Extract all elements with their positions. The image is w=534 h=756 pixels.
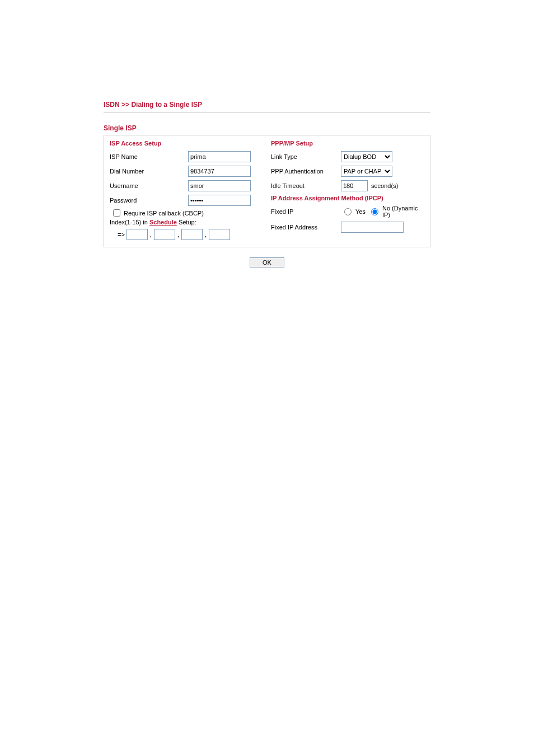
link-type-label: Link Type <box>271 153 341 160</box>
isp-name-label: ISP Name <box>110 153 188 160</box>
schedule-input-1[interactable] <box>127 229 148 240</box>
require-callback-checkbox[interactable] <box>113 209 120 217</box>
fixed-ip-address-label: Fixed IP Address <box>271 224 341 231</box>
schedule-link[interactable]: Schedule <box>149 219 177 226</box>
schedule-arrow: => <box>118 231 125 238</box>
ipcp-heading: IP Address Assignment Method (IPCP) <box>271 195 424 201</box>
isp-access-panel: ISP Access Setup ISP Name Dial Number Us… <box>110 140 263 240</box>
fixed-ip-radio-group: Yes No (Dynamic IP) <box>341 205 424 218</box>
settings-box: ISP Access Setup ISP Name Dial Number Us… <box>104 135 430 247</box>
breadcrumb-separator: >> <box>121 101 129 109</box>
breadcrumb: ISDN >> Dialing to a Single ISP <box>104 101 430 111</box>
section-title: Single ISP <box>104 124 430 132</box>
breadcrumb-part1: ISDN <box>104 101 120 109</box>
schedule-row: Index(1-15) in Schedule Setup: <box>110 219 263 226</box>
ppp-mp-panel: PPP/MP Setup Link Type Dialup BOD PPP Au… <box>271 140 424 240</box>
fixed-ip-label: Fixed IP <box>271 208 341 215</box>
fixed-ip-address-input[interactable] <box>341 222 404 233</box>
link-type-select[interactable]: Dialup BOD <box>341 151 392 162</box>
require-callback-label: Require ISP callback (CBCP) <box>124 210 204 217</box>
schedule-inputs: => , , , <box>118 229 263 240</box>
ppp-mp-heading: PPP/MP Setup <box>271 140 424 147</box>
ppp-auth-label: PPP Authentication <box>271 168 341 175</box>
schedule-input-4[interactable] <box>209 229 230 240</box>
schedule-prefix: Index(1-15) in <box>110 219 149 226</box>
idle-timeout-label: Idle Timeout <box>271 182 341 189</box>
dial-number-input[interactable] <box>188 166 251 177</box>
schedule-input-2[interactable] <box>154 229 175 240</box>
fixed-ip-no-label: No (Dynamic IP) <box>382 205 424 218</box>
divider <box>104 112 430 113</box>
dial-number-label: Dial Number <box>110 168 188 175</box>
breadcrumb-part2: Dialing to a Single ISP <box>131 101 202 109</box>
fixed-ip-yes-radio[interactable] <box>344 208 352 215</box>
username-label: Username <box>110 182 188 189</box>
schedule-suffix: Setup: <box>177 219 196 226</box>
idle-timeout-input[interactable] <box>341 180 368 191</box>
schedule-input-3[interactable] <box>181 229 203 240</box>
username-input[interactable] <box>188 180 251 191</box>
fixed-ip-no-radio[interactable] <box>371 208 378 215</box>
isp-access-heading: ISP Access Setup <box>110 140 263 147</box>
fixed-ip-yes-label: Yes <box>355 208 366 215</box>
password-label: Password <box>110 197 188 204</box>
isp-name-input[interactable] <box>188 151 251 162</box>
ok-button[interactable]: OK <box>250 257 284 267</box>
ppp-auth-select[interactable]: PAP or CHAP <box>341 166 392 177</box>
password-input[interactable] <box>188 195 251 206</box>
idle-timeout-unit: second(s) <box>371 182 398 189</box>
